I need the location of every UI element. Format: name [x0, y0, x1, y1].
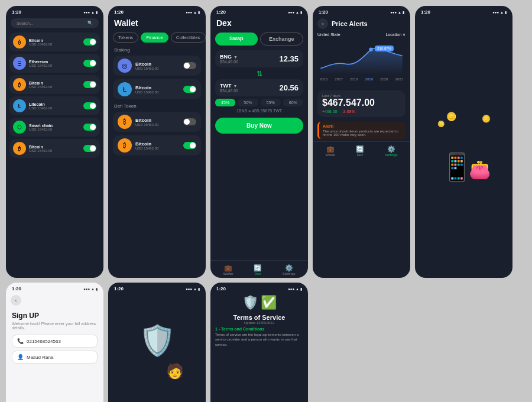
- coin-usd: USD 15462.00: [29, 85, 80, 89]
- toggle-gray-1[interactable]: [183, 62, 196, 69]
- status-bar-2: 1:20 ●●● ▲ ▮: [108, 6, 206, 16]
- battery-icon-5: ▮: [505, 10, 507, 14]
- signup-body: Sign UP Welcome back! Please enter your …: [6, 308, 103, 402]
- nav-wallet[interactable]: 💼 Wallet: [223, 264, 232, 275]
- defi-item-1[interactable]: ₿ Bitcoin USD 15462.00: [113, 112, 201, 132]
- phone-input-field[interactable]: 📞 0215468524563: [12, 335, 98, 348]
- toggle-switch[interactable]: [83, 81, 96, 88]
- status-icons-1: ●●● ▲ ▮: [83, 10, 98, 14]
- settings-nav-icon: ⚙️: [283, 264, 296, 272]
- terms-title: Terms of Service: [215, 314, 303, 321]
- phone-terms: 1:20 ●●● ▲ ▮ 🛡️ ✅ Terms of Service Updat…: [210, 283, 308, 402]
- from-token-arrow: ▼: [233, 55, 238, 59]
- exchange-button[interactable]: Exchange: [260, 33, 304, 46]
- nav-wallet-alerts[interactable]: 💼 Wallet: [325, 145, 335, 157]
- time-6: 1:20: [12, 286, 21, 291]
- price-badge: $10.87%: [375, 46, 394, 51]
- defi-label: Defi Token: [108, 101, 206, 110]
- defi-icon-2: ₿: [118, 138, 132, 153]
- toggle-switch[interactable]: [83, 124, 96, 131]
- year-2019[interactable]: 2019: [365, 77, 373, 81]
- toggle-switch[interactable]: [83, 145, 96, 152]
- name-input-field[interactable]: 👤 Masud Rana: [12, 351, 98, 364]
- pct-50[interactable]: 50%: [238, 99, 258, 106]
- empty-cell: [313, 283, 410, 402]
- pct-60[interactable]: 60%: [283, 99, 303, 106]
- svg-point-0: [369, 48, 372, 51]
- list-item[interactable]: Ξ Ethereum USD 15462.00: [9, 54, 100, 73]
- staking-item-1[interactable]: ◎ Bitcoin USD 15462.00: [113, 56, 201, 76]
- wifi-icon-7: ▲: [193, 287, 197, 291]
- phone-wallet: 1:20 ●●● ▲ ▮ Wallet Tokens Finance Colle…: [108, 6, 206, 278]
- toggle-green-2[interactable]: [183, 86, 196, 93]
- phone-onboarding: 1:20 ●●● ▲ ▮ 🪙 🪙 🪙 📱 👛: [415, 6, 512, 278]
- from-token-info: BNG ▼ $34,45.00: [220, 54, 238, 64]
- pct-55[interactable]: 55%: [261, 99, 281, 106]
- toggle-switch[interactable]: [83, 102, 96, 109]
- nav-dex[interactable]: 🔄 Dex: [254, 264, 262, 275]
- tab-row: Tokens Finance Collectibles: [108, 30, 206, 45]
- dex-body: BNG ▼ $34,45.00 12.35 ⇅ TWT ▼ $34,45.00: [210, 48, 308, 260]
- coin-name: Bitcoin: [29, 145, 80, 149]
- shield-row: 🛡️ ✅: [215, 295, 303, 310]
- list-item[interactable]: ₿ Bitcoin USD 15462.00: [9, 33, 100, 51]
- nav-settings-alerts[interactable]: ⚙️ Settings: [385, 145, 398, 157]
- buy-now-button[interactable]: Buy Now: [215, 118, 303, 134]
- back-button-signup[interactable]: ‹: [11, 295, 21, 306]
- wifi-icon-8: ▲: [296, 287, 299, 291]
- defi-name-1: Bitcoin: [135, 118, 180, 123]
- coin-info: Bitcoin USD 15462.00: [29, 81, 80, 89]
- to-token-arrow: ▼: [233, 84, 238, 88]
- list-item[interactable]: ₿ Bitcoin USD 15462.00: [9, 139, 100, 158]
- tab-finance[interactable]: Finance: [141, 33, 168, 43]
- staking-item-2[interactable]: Ł Bitcoin USD 15462.00: [113, 79, 201, 99]
- to-token-row[interactable]: TWT ▼ $34,45.00 20.56: [215, 79, 303, 96]
- list-item[interactable]: ₿ Bitcoin USD 15462.00: [9, 75, 100, 94]
- defi-item-2[interactable]: ₿ Bitcoin USD 15462.00: [113, 135, 201, 155]
- pct-45[interactable]: 45%: [215, 99, 235, 106]
- toggle-gray-defi1[interactable]: [183, 118, 196, 125]
- from-token-row[interactable]: BNG ▼ $34,45.00 12.35: [215, 50, 303, 67]
- swap-button[interactable]: Swap: [215, 33, 258, 46]
- list-item[interactable]: ⬡ Smart chain USD 15462.00: [9, 118, 100, 137]
- coin-info: Ethereum USD 15462.00: [29, 60, 80, 67]
- battery-icon-7: ▮: [198, 287, 200, 291]
- list-item[interactable]: Ł Litecoin USD 15462.00: [9, 96, 100, 115]
- nav-dex-alerts[interactable]: 🔄 Dex: [356, 145, 364, 157]
- shield-icon-2: ✅: [261, 295, 277, 310]
- toggle-green-defi2[interactable]: [183, 142, 196, 149]
- back-button-4[interactable]: ‹: [317, 18, 328, 29]
- wifi-icon-4: ▲: [398, 11, 401, 14]
- dex-title: Dex: [210, 16, 308, 30]
- defi-name-2: Bitcoin: [135, 141, 180, 147]
- time-1: 1:20: [12, 9, 21, 15]
- toggle-switch[interactable]: [83, 60, 96, 67]
- toggle-switch[interactable]: [83, 38, 96, 46]
- nav-dex-label: Dex: [255, 272, 261, 275]
- battery-icon-1: ▮: [96, 10, 98, 14]
- terms-body: 🛡️ ✅ Terms of Service Update 12/05/2022 …: [210, 293, 308, 402]
- search-bar[interactable]: Search... 🔍: [11, 18, 99, 28]
- location-selector[interactable]: Location ∨: [386, 33, 406, 37]
- coin-info: Bitcoin USD 15462.00: [29, 38, 80, 46]
- staking-label: Staking: [108, 45, 206, 54]
- status-bar-1: 1:20 ●●● ▲ ▮: [6, 6, 103, 16]
- staking-name-1: Bitcoin: [135, 61, 180, 67]
- swap-arrows-icon: ⇅: [215, 70, 303, 78]
- tab-tokens[interactable]: Tokens: [113, 33, 138, 43]
- tab-collectibles[interactable]: Collectibles: [171, 33, 206, 43]
- from-token-label: BNG: [220, 54, 232, 60]
- coin-info: Bitcoin USD 15462.00: [29, 145, 80, 153]
- coin-name: Litecoin: [29, 102, 80, 106]
- coin-name: Smart chain: [29, 124, 80, 128]
- wifi-icon-5: ▲: [500, 11, 504, 14]
- time-2: 1:20: [114, 9, 124, 15]
- phone-coin-list: 1:20 ●●● ▲ ▮ Search... 🔍 ₿ Bitcoin USD 1…: [6, 6, 103, 278]
- time-8: 1:20: [216, 286, 226, 291]
- coin-list: ₿ Bitcoin USD 15462.00 Ξ Ethereum USD 15…: [6, 30, 103, 278]
- staking-icon-2: Ł: [118, 82, 132, 96]
- coin-float-1: 🪙: [446, 112, 456, 121]
- nav-settings[interactable]: ⚙️ Settings: [283, 264, 296, 275]
- wallet-nav-icon: 💼: [223, 264, 232, 272]
- defi-info-2: Bitcoin USD 15462.00: [135, 141, 180, 150]
